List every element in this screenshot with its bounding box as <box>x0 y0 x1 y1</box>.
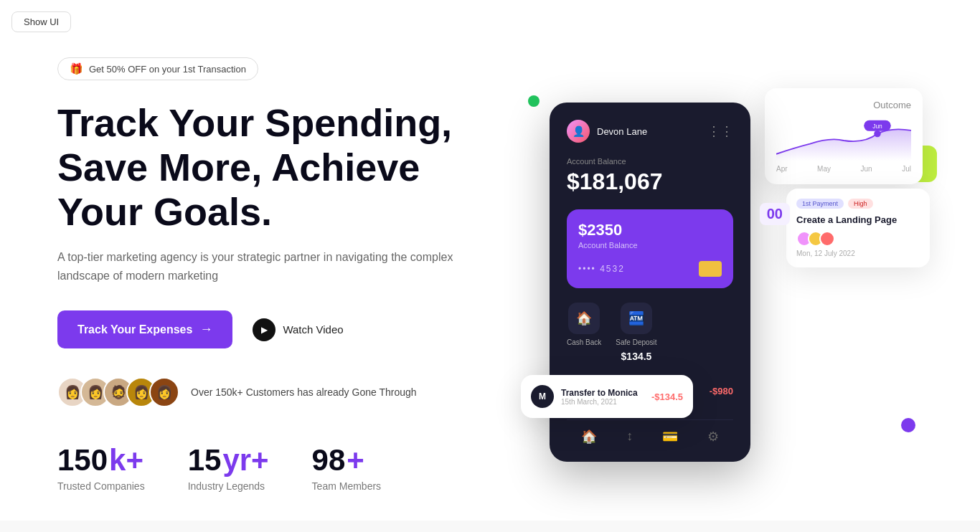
phone-nav: 🏠 ↕ 💳 ⚙ <box>567 419 733 445</box>
outcome-title: Outcome <box>776 100 911 110</box>
stat-num-value: 15 <box>188 443 222 478</box>
stat-team-members: 98 + Team Members <box>312 443 381 492</box>
chart-label-may: May <box>817 165 831 173</box>
stat-num-value: 150 <box>57 443 108 478</box>
show-ui-button[interactable]: Show UI <box>11 11 71 32</box>
hero-title: Track Your Spending, Save More, Achieve … <box>57 100 507 234</box>
brands-section: circle aven. kanba 9 velocity <box>0 521 980 532</box>
stat-suffix: k+ <box>109 443 143 478</box>
grid-icon: ⋮⋮ <box>707 123 733 139</box>
card-chip <box>699 261 722 277</box>
safe-deposit-label: Safe Deposit <box>616 338 656 346</box>
transfer-details: Transfer to Monica 15th March, 2021 <box>561 388 638 406</box>
tag-payment: 1st Payment <box>796 199 844 209</box>
hundred-tag: 00 <box>760 203 790 225</box>
watch-video-label: Watch Video <box>283 323 343 336</box>
play-icon: ▶ <box>253 318 275 341</box>
decorative-dot-purple <box>901 418 915 432</box>
landing-date: Mon, 12 July 2022 <box>796 250 920 257</box>
stat-suffix: yr+ <box>222 443 268 478</box>
transaction-amount: -$980 <box>710 386 733 396</box>
balance-amount: $181,067 <box>567 168 733 195</box>
phone-user: 👤 Devon Lane <box>567 120 647 143</box>
nav-home-icon[interactable]: 🏠 <box>581 429 597 445</box>
nav-settings-icon[interactable]: ⚙ <box>707 429 719 445</box>
landing-title: Create a Landing Page <box>796 214 920 225</box>
stat-industry-legends: 15 yr+ Industry Legends <box>188 443 269 492</box>
cashback-action: 🏠 Cash Back <box>567 303 601 362</box>
stat-num-value: 98 <box>312 443 346 478</box>
chart-label-jun: Jun <box>861 165 872 173</box>
transfer-row: M Transfer to Monica 15th March, 2021 -$… <box>531 385 683 408</box>
arrow-icon: → <box>199 322 212 337</box>
promo-text: Get 50% OFF on your 1st Transaction <box>89 64 246 75</box>
landing-avatars <box>796 231 920 247</box>
quick-actions: 🏠 Cash Back 🏧 Safe Deposit $134.5 <box>567 303 733 362</box>
social-line1: Over 150k+ Customers has <box>191 386 314 398</box>
nav-transfer-icon[interactable]: ↕ <box>626 429 633 445</box>
chart-labels: Apr May Jun Jul <box>776 165 911 173</box>
safe-deposit-icon: 🏧 <box>621 303 652 334</box>
balance-section: Account Balance $181,067 <box>567 157 733 195</box>
left-content: 🎁 Get 50% OFF on your 1st Transaction Tr… <box>57 57 507 492</box>
outcome-chart: Jun <box>776 119 911 162</box>
avatars-group: 👩 👩 🧔 👩 👩 <box>57 377 179 407</box>
track-expenses-button[interactable]: Track Your Expenses → <box>57 310 232 348</box>
card-number: •••• 4532 <box>578 264 625 274</box>
safe-deposit-value: $134.5 <box>621 351 652 362</box>
card-amount: $2350 <box>578 221 722 239</box>
social-line2: already Gone Through <box>316 386 417 398</box>
tag-high: High <box>848 199 873 209</box>
transfer-left: M Transfer to Monica 15th March, 2021 <box>531 385 638 408</box>
create-landing-card: 1st Payment High Create a Landing Page M… <box>786 189 930 267</box>
chart-svg: Jun <box>776 119 911 162</box>
track-expenses-label: Track Your Expenses <box>77 323 192 336</box>
chart-label-apr: Apr <box>776 165 788 173</box>
chart-label-jul: Jul <box>902 165 911 173</box>
cashback-icon: 🏠 <box>568 303 600 334</box>
transfer-amount: -$134.5 <box>651 391 683 402</box>
transfer-name: Transfer to Monica <box>561 388 638 398</box>
landing-tags: 1st Payment High <box>796 199 920 209</box>
stat-number: 15 yr+ <box>188 443 269 478</box>
balance-label: Account Balance <box>567 157 733 166</box>
hero-subtitle: A top-tier marketing agency is your stra… <box>57 248 459 285</box>
stat-suffix: + <box>347 443 364 478</box>
outcome-card: Outcome Jun Apr <box>765 88 923 184</box>
avatar: 👩 <box>149 377 179 407</box>
cashback-label: Cash Back <box>567 338 601 346</box>
stat-trusted-companies: 150 k+ Trusted Companies <box>57 443 145 492</box>
cta-row: Track Your Expenses → ▶ Watch Video <box>57 310 507 348</box>
stat-number: 98 + <box>312 443 381 478</box>
safe-deposit-action: 🏧 Safe Deposit $134.5 <box>616 303 656 362</box>
card-label: Account Balance <box>578 241 722 250</box>
user-avatar-icon: 👤 <box>567 120 590 143</box>
user-name: Devon Lane <box>597 126 647 137</box>
landing-avatar <box>819 231 835 247</box>
stat-label: Team Members <box>312 480 381 492</box>
svg-text:Jun: Jun <box>872 123 882 130</box>
purple-card: $2350 Account Balance •••• 4532 <box>567 209 733 288</box>
card-row: •••• 4532 <box>578 261 722 277</box>
watch-video-button[interactable]: ▶ Watch Video <box>253 318 343 341</box>
phone-header: 👤 Devon Lane ⋮⋮ <box>567 120 733 143</box>
stat-number: 150 k+ <box>57 443 145 478</box>
promo-badge[interactable]: 🎁 Get 50% OFF on your 1st Transaction <box>57 57 258 80</box>
stat-label: Trusted Companies <box>57 480 145 492</box>
stat-label: Industry Legends <box>188 480 269 492</box>
decorative-dot-green <box>528 95 540 107</box>
transfer-card: M Transfer to Monica 15th March, 2021 -$… <box>521 375 693 418</box>
transfer-date: 15th March, 2021 <box>561 398 638 406</box>
transfer-icon: M <box>531 385 554 408</box>
main-section: 🎁 Get 50% OFF on your 1st Transaction Tr… <box>0 0 980 521</box>
social-proof: 👩 👩 🧔 👩 👩 Over 150k+ Customers has alrea… <box>57 377 507 407</box>
gift-icon: 🎁 <box>70 62 83 75</box>
stats-row: 150 k+ Trusted Companies 15 yr+ Industry… <box>57 443 507 492</box>
social-text: Over 150k+ Customers has already Gone Th… <box>191 385 417 400</box>
nav-payment-icon[interactable]: 💳 <box>662 429 678 445</box>
right-visual: ⚙ ✒ 👤 Devon Lane ⋮⋮ Account Balance $181… <box>507 88 923 461</box>
svg-point-0 <box>874 130 880 137</box>
